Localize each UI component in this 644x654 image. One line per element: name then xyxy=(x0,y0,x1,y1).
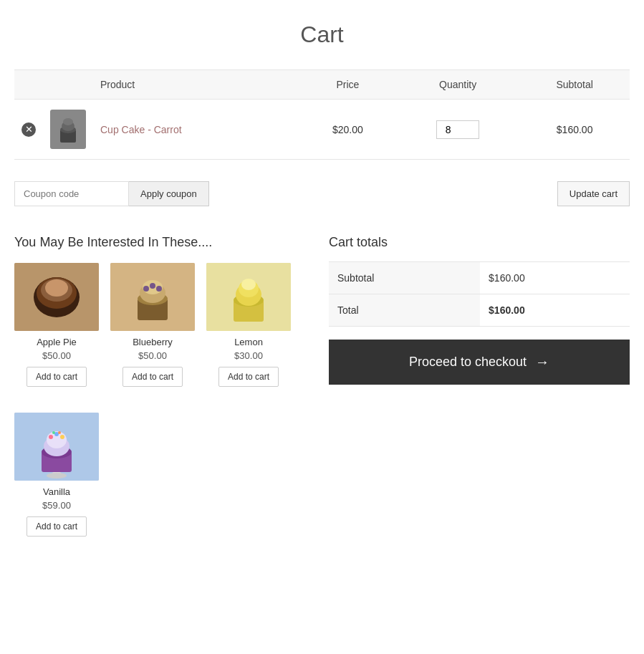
cart-totals-section: Cart totals Subtotal $160.00 Total $160.… xyxy=(329,235,630,385)
total-label: Total xyxy=(329,294,480,327)
svg-point-14 xyxy=(143,286,149,292)
svg-point-22 xyxy=(241,279,256,290)
product-name-vanilla: Vanilla xyxy=(14,486,99,497)
remove-item-button[interactable]: ✕ xyxy=(21,122,36,137)
svg-point-34 xyxy=(47,473,67,479)
product-name-blueberry: Blueberry xyxy=(110,337,195,347)
product-subtotal: $160.00 xyxy=(519,100,630,160)
product-price-blueberry: $50.00 xyxy=(110,350,195,361)
product-card-apple-pie: Apple Pie $50.00 Add to cart xyxy=(14,263,99,387)
svg-point-32 xyxy=(58,431,61,434)
page-title: Cart xyxy=(14,21,630,48)
product-image-lemon xyxy=(206,263,291,331)
checkout-button[interactable]: Proceed to checkout → xyxy=(329,340,630,385)
product-image-vanilla xyxy=(14,413,99,481)
cart-table: Product Price Quantity Subtotal ✕ xyxy=(14,69,630,160)
update-cart-button[interactable]: Update cart xyxy=(557,181,630,206)
apply-coupon-button[interactable]: Apply coupon xyxy=(129,181,209,206)
product-image-blueberry xyxy=(110,263,195,331)
product-card-blueberry: Blueberry $50.00 Add to cart xyxy=(110,263,195,387)
product-price: $20.00 xyxy=(299,100,396,160)
add-to-cart-lemon[interactable]: Add to cart xyxy=(218,367,279,387)
product-card-lemon: Lemon $30.00 Add to cart xyxy=(206,263,291,387)
product-price-vanilla: $59.00 xyxy=(14,500,99,511)
svg-point-3 xyxy=(63,118,73,125)
col-header-subtotal: Subtotal xyxy=(519,70,630,100)
add-to-cart-vanilla[interactable]: Add to cart xyxy=(27,516,87,537)
col-header-quantity: Quantity xyxy=(396,70,519,100)
cart-row: ✕ Cup Cake - Carrot xyxy=(14,100,630,160)
coupon-row: Apply coupon Update cart xyxy=(14,174,630,213)
product-name-lemon: Lemon xyxy=(206,337,291,347)
svg-point-8 xyxy=(45,279,68,297)
product-image-apple-pie xyxy=(14,263,99,331)
checkout-label: Proceed to checkout xyxy=(409,355,527,370)
product-card-vanilla: Vanilla $59.00 Add to cart xyxy=(14,413,99,537)
svg-point-16 xyxy=(156,286,162,292)
bottom-section: You May Be Interested In These.... Apple xyxy=(14,235,630,537)
col-header-product: Product xyxy=(93,70,299,100)
quantity-input[interactable] xyxy=(440,124,467,135)
quantity-field xyxy=(436,120,479,139)
subtotal-value: $160.00 xyxy=(480,262,630,294)
total-value: $160.00 xyxy=(480,294,630,327)
checkout-arrow-icon: → xyxy=(535,354,549,370)
subtotal-row: Subtotal $160.00 xyxy=(329,262,630,294)
add-to-cart-apple-pie[interactable]: Add to cart xyxy=(27,367,87,387)
total-row: Total $160.00 xyxy=(329,294,630,327)
cart-totals-title: Cart totals xyxy=(329,235,630,250)
product-price-lemon: $30.00 xyxy=(206,350,291,361)
svg-point-31 xyxy=(52,431,55,434)
add-to-cart-blueberry[interactable]: Add to cart xyxy=(122,367,183,387)
product-image xyxy=(50,110,86,149)
product-price-apple-pie: $50.00 xyxy=(14,350,99,361)
svg-point-28 xyxy=(49,435,53,439)
products-grid: Apple Pie $50.00 Add to cart xyxy=(14,263,300,537)
subtotal-label: Subtotal xyxy=(329,262,480,294)
product-name-apple-pie: Apple Pie xyxy=(14,337,99,347)
product-name-link[interactable]: Cup Cake - Carrot xyxy=(100,124,182,135)
col-header-price: Price xyxy=(299,70,396,100)
svg-point-30 xyxy=(60,435,64,439)
svg-point-15 xyxy=(150,283,155,289)
coupon-input[interactable] xyxy=(14,181,129,206)
interested-section: You May Be Interested In These.... Apple xyxy=(14,235,300,537)
interested-title: You May Be Interested In These.... xyxy=(14,235,300,250)
totals-table: Subtotal $160.00 Total $160.00 xyxy=(329,261,630,327)
